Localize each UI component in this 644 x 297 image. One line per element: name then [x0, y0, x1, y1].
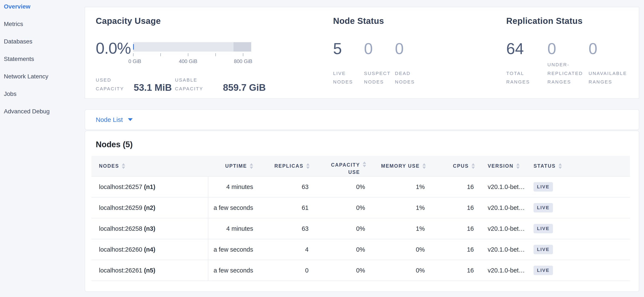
capacity-bar-used-marker — [133, 44, 134, 50]
node-address-link[interactable]: localhost:26258 — [99, 225, 142, 232]
sort-icon — [422, 163, 426, 169]
node-address-link[interactable]: localhost:26257 — [99, 183, 142, 190]
capacity-bar-chart: 0 GiB 400 GiB 800 GiB — [133, 42, 251, 67]
version-cell: v20.1.0-bet… — [480, 260, 528, 281]
node-list-strip: Node List — [85, 109, 639, 130]
table-header-row: NODES UPTIME REPLICAS CAPACITY USE — [92, 156, 630, 176]
cpus-cell: 16 — [431, 260, 480, 281]
replicas-cell: 0 — [258, 260, 315, 281]
status-badge: LIVE — [534, 182, 553, 192]
capacity-bar-tail-segment — [234, 42, 251, 51]
capacity-used-percent: 0.0% — [96, 40, 133, 67]
under-replicated-ranges-label: UNDER-REPLICATED RANGES — [548, 60, 585, 86]
node-address-link[interactable]: localhost:26259 — [99, 204, 142, 211]
replication-status-section: Replication Status 64 TOTAL RANGES 0 UND… — [506, 17, 639, 98]
total-ranges-stat: 64 TOTAL RANGES — [506, 41, 544, 86]
memory-use-cell: 1% — [372, 176, 431, 197]
live-nodes-label: LIVE NODES — [333, 69, 360, 86]
node-address-link[interactable]: localhost:26261 — [99, 267, 142, 274]
axis-tick-label: 0 GiB — [128, 58, 141, 64]
col-header-replicas[interactable]: REPLICAS — [258, 156, 315, 176]
usable-capacity-label: USABLE CAPACITY — [175, 76, 223, 93]
chevron-down-icon — [128, 118, 133, 121]
axis-tick-label: 800 GiB — [234, 58, 252, 64]
sort-icon — [558, 163, 562, 169]
sidebar-item-jobs[interactable]: Jobs — [4, 91, 85, 97]
node-address-link[interactable]: localhost:26260 — [99, 246, 142, 253]
dead-nodes-stat: 0 DEAD NODES — [395, 41, 421, 86]
capacity-use-cell: 0% — [315, 218, 372, 239]
col-header-memory-use[interactable]: MEMORY USE — [372, 156, 431, 176]
total-ranges-label: TOTAL RANGES — [506, 69, 544, 86]
dead-nodes-label: DEAD NODES — [395, 69, 421, 86]
node-id: (n4) — [144, 246, 155, 253]
table-row: localhost:26257(n1) 4 minutes 63 0% 1% 1… — [92, 176, 630, 197]
node-list-dropdown[interactable]: Node List — [96, 116, 133, 123]
node-id: (n3) — [144, 225, 155, 232]
memory-use-cell: 0% — [372, 260, 431, 281]
node-status-title: Node Status — [333, 17, 506, 25]
node-status-section: Node Status 5 LIVE NODES 0 SUSPECT NODES… — [333, 17, 506, 98]
col-header-status[interactable]: STATUS — [528, 156, 630, 176]
node-id: (n2) — [144, 204, 155, 211]
version-cell: v20.1.0-bet… — [480, 239, 528, 260]
sidebar-item-databases[interactable]: Databases — [4, 38, 85, 45]
capacity-use-cell: 0% — [315, 260, 372, 281]
suspect-nodes-value: 0 — [364, 41, 390, 57]
sort-icon — [516, 163, 520, 169]
sort-icon — [250, 163, 253, 169]
sort-icon — [306, 163, 310, 169]
axis-tick — [243, 53, 243, 56]
node-id: (n5) — [144, 267, 155, 274]
col-header-label: REPLICAS — [274, 163, 304, 169]
suspect-nodes-label: SUSPECT NODES — [364, 69, 390, 86]
col-header-label: CPUS — [453, 163, 469, 169]
table-row: localhost:26258(n3) 4 minutes 63 0% 1% 1… — [92, 218, 630, 239]
axis-tick — [133, 53, 134, 56]
memory-use-cell: 1% — [372, 197, 431, 218]
capacity-use-cell: 0% — [315, 197, 372, 218]
sidebar-item-overview[interactable]: Overview — [4, 3, 85, 10]
cpus-cell: 16 — [431, 176, 480, 197]
under-replicated-ranges-value: 0 — [548, 41, 585, 57]
cpus-cell: 16 — [431, 197, 480, 218]
col-header-uptime[interactable]: UPTIME — [208, 156, 258, 176]
memory-use-cell: 0% — [372, 239, 431, 260]
sidebar-item-statements[interactable]: Statements — [4, 56, 85, 62]
table-row: localhost:26260(n4) a few seconds 4 0% 0… — [92, 239, 630, 260]
table-row: localhost:26259(n2) a few seconds 61 0% … — [92, 197, 630, 218]
col-header-nodes[interactable]: NODES — [92, 156, 208, 176]
uptime-cell: 4 minutes — [208, 176, 258, 197]
col-header-capacity-use[interactable]: CAPACITY USE — [315, 156, 372, 176]
live-nodes-value: 5 — [333, 41, 360, 57]
capacity-use-cell: 0% — [315, 239, 372, 260]
cpus-cell: 16 — [431, 218, 480, 239]
nodes-table-body: localhost:26257(n1) 4 minutes 63 0% 1% 1… — [92, 176, 630, 281]
dead-nodes-value: 0 — [395, 41, 421, 57]
main-content: Capacity Usage 0.0% 0 GiB 40 — [85, 7, 639, 292]
sort-icon — [122, 163, 125, 169]
sidebar-item-advanced-debug[interactable]: Advanced Debug — [4, 108, 85, 115]
capacity-use-cell: 0% — [315, 176, 372, 197]
capacity-usage-title: Capacity Usage — [96, 17, 333, 25]
uptime-cell: 4 minutes — [208, 218, 258, 239]
unavailable-ranges-value: 0 — [588, 41, 631, 57]
col-header-label: MEMORY USE — [381, 163, 420, 169]
unavailable-ranges-label: UNAVAILABLE RANGES — [588, 69, 631, 86]
sidebar-item-network-latency[interactable]: Network Latency — [4, 73, 85, 80]
replicas-cell: 63 — [258, 176, 315, 197]
replication-status-title: Replication Status — [506, 17, 639, 25]
col-header-label: STATUS — [534, 163, 556, 169]
capacity-bar-track — [133, 42, 251, 51]
axis-tick-label: 400 GiB — [179, 58, 198, 64]
col-header-cpus[interactable]: CPUS — [431, 156, 480, 176]
replicas-cell: 63 — [258, 218, 315, 239]
version-cell: v20.1.0-bet… — [480, 197, 528, 218]
capacity-usage-section: Capacity Usage 0.0% 0 GiB 40 — [96, 17, 333, 98]
col-header-version[interactable]: VERSION — [480, 156, 528, 176]
uptime-cell: a few seconds — [208, 239, 258, 260]
sidebar-item-metrics[interactable]: Metrics — [4, 21, 85, 27]
memory-use-cell: 1% — [372, 218, 431, 239]
replicas-cell: 61 — [258, 197, 315, 218]
live-nodes-stat: 5 LIVE NODES — [333, 41, 360, 86]
